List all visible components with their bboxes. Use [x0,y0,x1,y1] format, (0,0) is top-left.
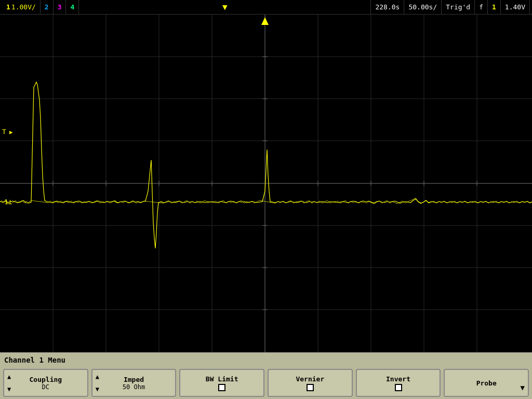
ch1-number: 1 [6,3,10,11]
channel-info-bar: Channel 1 Menu [0,352,532,367]
trig-ch-indicator: 1 [488,0,501,14]
trig-status-text: Trig'd [446,3,470,11]
time-pos-value: 228.0s [375,3,400,11]
invert-button[interactable]: Invert [356,369,441,397]
bw-limit-checkbox [218,384,225,391]
invert-label: Invert [386,375,410,383]
time-div: 50.00s/ [404,0,442,14]
coupling-value: DC [42,383,49,391]
ch3-number: 3 [58,3,62,11]
trig-volts: 1.40V [501,0,530,14]
trigger-down-arrow: ▼ [222,2,228,12]
time-position: 228.0s [371,0,404,14]
coupling-label: Coupling [30,376,62,383]
waveform-display: 1⊥ T ▶ [0,15,532,352]
ch4-indicator: 4 [66,0,79,14]
imped-button[interactable]: ▲ Imped 50 Ohm ▼ [91,369,177,397]
ch1-waveform [0,82,532,248]
coupling-arrow-down: ▼ [7,385,11,393]
trig-edge-marker: f [475,0,488,14]
probe-arrow-right: ▼ [521,383,525,392]
trig-status: Trig'd [442,0,475,14]
trigger-position-marker [261,17,269,25]
ch1-indicator: 1 1.00V/ [2,0,41,14]
trig-edge-icon: f [479,3,483,11]
trigger-arrow: ▼ [79,0,371,14]
imped-arrow-down: ▼ [96,385,99,393]
bw-limit-label: BW Limit [206,375,238,383]
channel-menu-label: Channel 1 Menu [4,356,65,364]
vernier-button[interactable]: Vernier [268,369,353,397]
time-div-value: 50.00s/ [408,3,437,11]
imped-value: 50 Ohm [123,383,145,391]
imped-label: Imped [124,376,144,383]
trig-ch-num: 1 [492,3,496,11]
ch3-indicator: 3 [54,0,66,14]
vernier-checkbox [307,384,314,391]
ch2-number: 2 [45,3,49,11]
probe-label: Probe [476,379,497,387]
svg-text:▶: ▶ [9,129,13,136]
bottom-menu: ▲ Coupling DC ▼ ▲ Imped 50 Ohm ▼ BW Limi… [0,367,532,399]
imped-arrow-up: ▲ [96,373,99,380]
ch2-indicator: 2 [41,0,54,14]
bw-limit-button[interactable]: BW Limit [179,369,264,397]
coupling-button[interactable]: ▲ Coupling DC ▼ [3,369,88,397]
probe-button[interactable]: Probe ▼ [444,369,529,397]
ch4-number: 4 [70,3,74,11]
coupling-arrow-up: ▲ [7,373,11,380]
ch1-ground-marker: 1⊥ [4,198,12,206]
vernier-label: Vernier [296,375,324,383]
top-status-bar: 1 1.00V/ 2 3 4 ▼ 228.0s 50.00s/ Trig'd f… [0,0,532,15]
trigger-level-marker: T [2,128,6,136]
invert-checkbox [395,384,402,391]
trig-volts-value: 1.40V [505,3,525,11]
ch1-volts: 1.00V/ [11,3,36,11]
scope-screen: 1⊥ T ▶ [0,15,532,352]
